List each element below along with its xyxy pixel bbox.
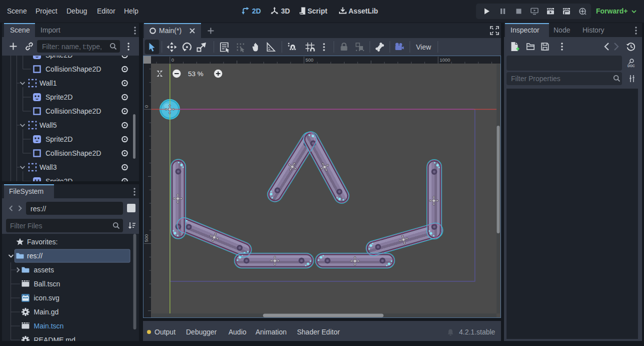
- svg-text:0: 0: [144, 105, 149, 108]
- svg-text:500: 500: [144, 234, 149, 242]
- svg-text:CollisionShape2D: CollisionShape2D: [46, 65, 101, 73]
- svg-text:Sprite2D: Sprite2D: [46, 177, 72, 181]
- svg-text:Sprite2D: Sprite2D: [46, 93, 72, 101]
- svg-text:CollisionShape2D: CollisionShape2D: [46, 149, 101, 157]
- svg-text:CollisionShape2D: CollisionShape2D: [46, 107, 101, 115]
- svg-text:Sprite2D: Sprite2D: [46, 56, 72, 59]
- svg-text:Ball.tscn: Ball.tscn: [34, 280, 60, 288]
- svg-text:0: 0: [172, 57, 174, 63]
- svg-text:DOC: DOC: [628, 64, 635, 68]
- svg-text:View: View: [416, 43, 432, 51]
- svg-text:assets: assets: [34, 266, 54, 274]
- svg-text:Favorites:: Favorites:: [27, 238, 58, 246]
- svg-text:Wall5: Wall5: [40, 121, 57, 129]
- svg-text:Wall1: Wall1: [40, 79, 57, 87]
- svg-text:1000: 1000: [440, 57, 450, 63]
- svg-text:res://: res://: [27, 252, 42, 260]
- svg-text:README.md: README.md: [34, 336, 76, 341]
- svg-text:Main.gd: Main.gd: [34, 308, 59, 316]
- svg-text:Sprite2D: Sprite2D: [46, 135, 72, 143]
- svg-text:icon.svg: icon.svg: [34, 294, 60, 302]
- svg-text:Wall3: Wall3: [40, 163, 57, 171]
- svg-text:53 %: 53 %: [188, 70, 204, 78]
- svg-text:Main.tscn: Main.tscn: [34, 322, 64, 330]
- svg-text:500: 500: [306, 57, 314, 63]
